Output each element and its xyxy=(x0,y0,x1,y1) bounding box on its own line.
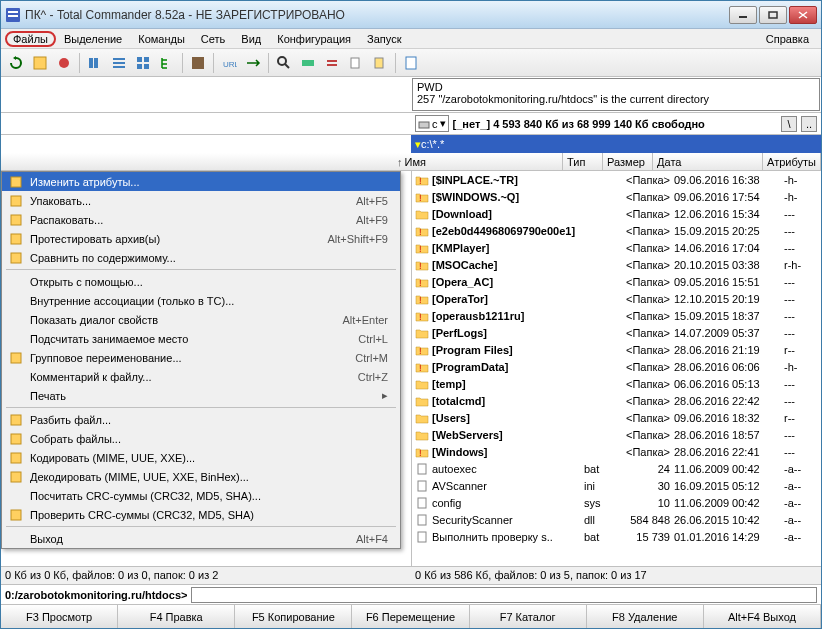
menu-item[interactable]: Сравнить по содержимому... xyxy=(2,248,400,267)
menu-item[interactable]: Печать▸ xyxy=(2,386,400,405)
file-row[interactable]: Выполнить проверку s..bat15 73901.01.201… xyxy=(412,528,821,545)
file-row[interactable]: [Users]<Папка>09.06.2016 18:32r-- xyxy=(412,409,821,426)
menu-config[interactable]: Конфигурация xyxy=(269,31,359,47)
svg-text:!: ! xyxy=(419,244,422,254)
file-row[interactable]: configsys1011.06.2009 00:42-a-- xyxy=(412,494,821,511)
menu-commands[interactable]: Команды xyxy=(130,31,193,47)
menu-item[interactable]: Декодировать (MIME, UUE, XXE, BinHex)... xyxy=(2,467,400,486)
menu-net[interactable]: Сеть xyxy=(193,31,233,47)
view-brief-icon[interactable] xyxy=(84,52,106,74)
copy-paths-icon[interactable] xyxy=(369,52,391,74)
svg-text:!: ! xyxy=(419,346,422,356)
menu-start[interactable]: Запуск xyxy=(359,31,409,47)
file-row[interactable]: ![operausb1211ru]<Папка>15.09.2015 18:37… xyxy=(412,307,821,324)
invert-icon[interactable] xyxy=(187,52,209,74)
up-button[interactable]: .. xyxy=(801,116,817,132)
maximize-button[interactable] xyxy=(759,6,787,24)
file-row[interactable]: ![e2eb0d44968069790e00e1]<Папка>15.09.20… xyxy=(412,222,821,239)
fkey-button[interactable]: F3 Просмотр xyxy=(1,605,118,628)
menu-item[interactable]: Подсчитать занимаемое местоCtrl+L xyxy=(2,329,400,348)
ftp-icon[interactable]: URL xyxy=(218,52,240,74)
fkey-button[interactable]: Alt+F4 Выход xyxy=(704,605,821,628)
svg-rect-1 xyxy=(8,11,18,13)
tool-icon[interactable] xyxy=(53,52,75,74)
file-row[interactable]: ![MSOCache]<Папка>20.10.2015 03:38r-h- xyxy=(412,256,821,273)
menu-item[interactable]: Протестировать архив(ы)Alt+Shift+F9 xyxy=(2,229,400,248)
menu-item[interactable]: Внутренние ассоциации (только в TC)... xyxy=(2,291,400,310)
file-row[interactable]: autoexecbat2411.06.2009 00:42-a-- xyxy=(412,460,821,477)
notepad-icon[interactable] xyxy=(400,52,422,74)
menu-selection[interactable]: Выделение xyxy=(56,31,130,47)
fkey-button[interactable]: F6 Перемещение xyxy=(352,605,469,628)
file-row[interactable]: [Download]<Папка>12.06.2016 15:34--- xyxy=(412,205,821,222)
file-row[interactable]: [WebServers]<Папка>28.06.2016 18:57--- xyxy=(412,426,821,443)
file-row[interactable]: ![$INPLACE.~TR]<Папка>09.06.2016 16:38-h… xyxy=(412,171,821,188)
view-full-icon[interactable] xyxy=(108,52,130,74)
col-attr[interactable]: Атрибуты xyxy=(763,153,821,170)
menu-view[interactable]: Вид xyxy=(233,31,269,47)
tool-icon[interactable] xyxy=(29,52,51,74)
menu-item[interactable]: Показать диалог свойствAlt+Enter xyxy=(2,310,400,329)
file-row[interactable]: ![Opera_AC]<Папка>09.05.2016 15:51--- xyxy=(412,273,821,290)
file-row[interactable]: ![KMPlayer]<Папка>14.06.2016 17:04--- xyxy=(412,239,821,256)
ftp-connect-icon[interactable] xyxy=(242,52,264,74)
path-bar: ▾ c:\*.* xyxy=(1,135,821,153)
menu-item[interactable]: Разбить файл... xyxy=(2,410,400,429)
menu-item[interactable]: Комментарий к файлу...Ctrl+Z xyxy=(2,367,400,386)
menu-label: Открыть с помощью... xyxy=(26,276,388,288)
file-row[interactable]: [temp]<Папка>06.06.2016 05:13--- xyxy=(412,375,821,392)
menu-item[interactable]: Кодировать (MIME, UUE, XXE)... xyxy=(2,448,400,467)
col-date[interactable]: Дата xyxy=(653,153,763,170)
fkey-button[interactable]: F4 Правка xyxy=(118,605,235,628)
file-row[interactable]: SecurityScannerdll584 84826.06.2015 10:4… xyxy=(412,511,821,528)
fkey-button[interactable]: F5 Копирование xyxy=(235,605,352,628)
menu-item[interactable]: ВыходAlt+F4 xyxy=(2,529,400,548)
minimize-button[interactable] xyxy=(729,6,757,24)
svg-rect-31 xyxy=(11,434,21,444)
search-icon[interactable] xyxy=(273,52,295,74)
rename-tool-icon[interactable] xyxy=(297,52,319,74)
menu-help[interactable]: Справка xyxy=(758,31,817,47)
menu-item[interactable]: Открыть с помощью... xyxy=(2,272,400,291)
fkey-button[interactable]: F7 Каталог xyxy=(470,605,587,628)
col-size[interactable]: Размер xyxy=(603,153,653,170)
col-name[interactable]: ↑Имя xyxy=(393,153,563,170)
refresh-icon[interactable] xyxy=(5,52,27,74)
menu-item[interactable]: Упаковать...Alt+F5 xyxy=(2,191,400,210)
cmdline-input[interactable] xyxy=(191,587,817,603)
close-button[interactable] xyxy=(789,6,817,24)
blank-icon xyxy=(6,331,26,347)
files-menu: Изменить атрибуты...Упаковать...Alt+F5Ра… xyxy=(1,171,401,549)
col-type[interactable]: Тип xyxy=(563,153,603,170)
menu-item[interactable]: Проверить CRC-суммы (CRC32, MD5, SHA) xyxy=(2,505,400,524)
file-row[interactable]: ![OperaTor]<Папка>12.10.2015 20:19--- xyxy=(412,290,821,307)
view-thumbs-icon[interactable] xyxy=(132,52,154,74)
panels: Изменить атрибуты...Упаковать...Alt+F5Ра… xyxy=(1,171,821,566)
menu-label: Упаковать... xyxy=(26,195,356,207)
menu-item[interactable]: Собрать файлы... xyxy=(2,429,400,448)
menu-label: Собрать файлы... xyxy=(26,433,388,445)
copy-names-icon[interactable] xyxy=(345,52,367,74)
right-panel-file-list[interactable]: ![$INPLACE.~TR]<Папка>09.06.2016 16:38-h… xyxy=(411,171,821,566)
fkey-button[interactable]: F8 Удаление xyxy=(587,605,704,628)
tree-icon[interactable] xyxy=(156,52,178,74)
file-row[interactable]: AVScannerini3016.09.2015 05:12-a-- xyxy=(412,477,821,494)
file-row[interactable]: ![Windows]<Папка>28.06.2016 22:41--- xyxy=(412,443,821,460)
drive-select[interactable]: c ▾ xyxy=(415,115,449,132)
current-path[interactable]: ▾ c:\*.* xyxy=(411,135,821,153)
menu-files[interactable]: Файлы xyxy=(5,31,56,47)
file-row[interactable]: ![$WINDOWS.~Q]<Папка>09.06.2016 17:54-h- xyxy=(412,188,821,205)
menu-item[interactable]: Изменить атрибуты... xyxy=(2,172,400,191)
menu-item[interactable]: Групповое переименование...Ctrl+M xyxy=(2,348,400,367)
sync-icon[interactable] xyxy=(321,52,343,74)
menu-item[interactable]: Распаковать...Alt+F9 xyxy=(2,210,400,229)
menu-item[interactable]: Посчитать CRC-суммы (CRC32, MD5, SHA)... xyxy=(2,486,400,505)
svg-rect-22 xyxy=(406,57,416,69)
file-row[interactable]: [totalcmd]<Папка>28.06.2016 22:42--- xyxy=(412,392,821,409)
file-row[interactable]: ![Program Files]<Папка>28.06.2016 21:19r… xyxy=(412,341,821,358)
root-button[interactable]: \ xyxy=(781,116,797,132)
file-row[interactable]: ![ProgramData]<Папка>28.06.2016 06:06-h- xyxy=(412,358,821,375)
left-panel: Изменить атрибуты...Упаковать...Alt+F5Ра… xyxy=(1,171,411,566)
file-icon xyxy=(414,462,430,476)
file-row[interactable]: [PerfLogs]<Папка>14.07.2009 05:37--- xyxy=(412,324,821,341)
